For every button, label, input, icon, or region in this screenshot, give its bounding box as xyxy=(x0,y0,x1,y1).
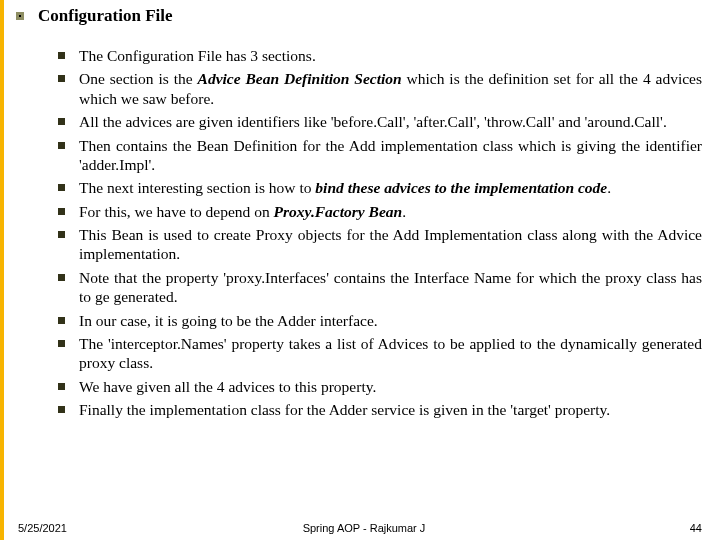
list-item: The 'interceptor.Names' property takes a… xyxy=(58,334,702,373)
bullet-text: We have given all the 4 advices to this … xyxy=(79,377,702,396)
bullet-text: For this, we have to depend on Proxy.Fac… xyxy=(79,202,702,221)
footer-center: Spring AOP - Rajkumar J xyxy=(4,522,720,534)
list-item: Finally the implementation class for the… xyxy=(58,400,702,419)
bullet-icon xyxy=(58,383,65,390)
bullet-text: The next interesting section is how to b… xyxy=(79,178,702,197)
title-row: Configuration File xyxy=(4,0,720,26)
bullet-icon xyxy=(58,184,65,191)
bullet-text: Note that the property 'proxy.Interfaces… xyxy=(79,268,702,307)
bullet-icon xyxy=(58,340,65,347)
list-item: The next interesting section is how to b… xyxy=(58,178,702,197)
bullet-icon xyxy=(58,75,65,82)
bullet-icon xyxy=(58,52,65,59)
list-item: We have given all the 4 advices to this … xyxy=(58,377,702,396)
list-item: In our case, it is going to be the Adder… xyxy=(58,311,702,330)
bullet-icon xyxy=(58,208,65,215)
bullet-text: The 'interceptor.Names' property takes a… xyxy=(79,334,702,373)
bullet-icon xyxy=(58,231,65,238)
bullet-text: This Bean is used to create Proxy object… xyxy=(79,225,702,264)
list-item: For this, we have to depend on Proxy.Fac… xyxy=(58,202,702,221)
slide-title: Configuration File xyxy=(38,6,173,26)
bullet-icon xyxy=(58,317,65,324)
list-item: One section is the Advice Bean Definitio… xyxy=(58,69,702,108)
list-item: All the advices are given identifiers li… xyxy=(58,112,702,131)
square-bullet-icon xyxy=(16,12,24,20)
bullet-icon xyxy=(58,274,65,281)
bullet-icon xyxy=(58,406,65,413)
bullet-text: One section is the Advice Bean Definitio… xyxy=(79,69,702,108)
bullet-text: All the advices are given identifiers li… xyxy=(79,112,702,131)
slide: Configuration File The Configuration Fil… xyxy=(0,0,720,540)
footer-page-number: 44 xyxy=(690,522,702,534)
list-item: Then contains the Bean Definition for th… xyxy=(58,136,702,175)
bullet-text: Finally the implementation class for the… xyxy=(79,400,702,419)
list-item: This Bean is used to create Proxy object… xyxy=(58,225,702,264)
bullet-icon xyxy=(58,118,65,125)
bullet-text: Then contains the Bean Definition for th… xyxy=(79,136,702,175)
bullet-text: In our case, it is going to be the Adder… xyxy=(79,311,702,330)
bullet-text: The Configuration File has 3 sections. xyxy=(79,46,702,65)
list-item: The Configuration File has 3 sections. xyxy=(58,46,702,65)
bullet-icon xyxy=(58,142,65,149)
bullet-list: The Configuration File has 3 sections. O… xyxy=(4,26,720,419)
list-item: Note that the property 'proxy.Interfaces… xyxy=(58,268,702,307)
